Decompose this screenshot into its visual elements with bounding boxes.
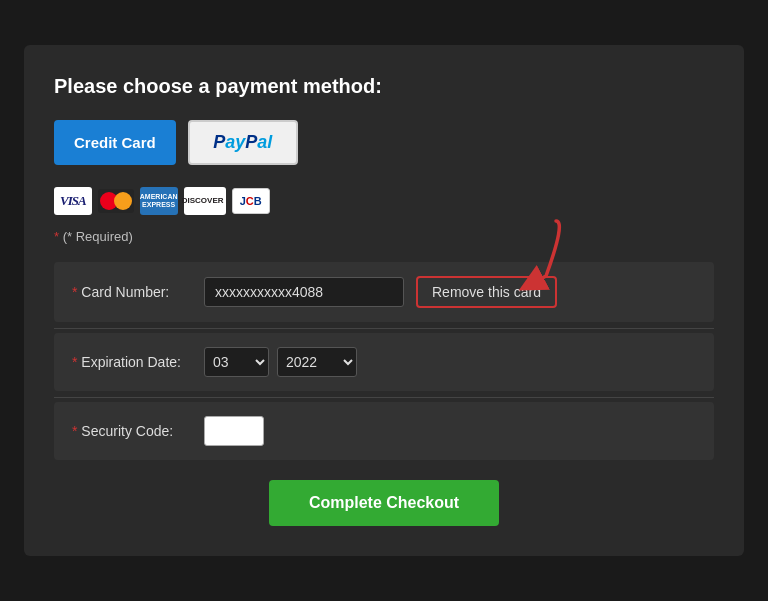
remove-card-container: Remove this card xyxy=(416,276,557,308)
paypal-button[interactable]: PayPal xyxy=(188,120,298,165)
payment-container: Please choose a payment method: Credit C… xyxy=(24,45,744,556)
security-code-input[interactable] xyxy=(204,416,264,446)
security-label: * Security Code: xyxy=(72,423,192,439)
remove-card-button[interactable]: Remove this card xyxy=(416,276,557,308)
expiry-year-select[interactable]: 2022 2023 2024 2025 xyxy=(277,347,357,377)
accepted-cards: VISA AMERICANEXPRESS DISCOVER JCB xyxy=(54,187,714,215)
expiration-label: * Expiration Date: xyxy=(72,354,192,370)
card-number-label: * Card Number: xyxy=(72,284,192,300)
security-row: * Security Code: xyxy=(72,416,696,446)
security-section: * Security Code: xyxy=(54,402,714,460)
required-star: * xyxy=(54,229,59,244)
expiration-section: * Expiration Date: 03 01 02 04 05 06 07 … xyxy=(54,333,714,391)
expiry-selects: 03 01 02 04 05 06 07 08 09 10 11 12 2022… xyxy=(204,347,357,377)
complete-checkout-button[interactable]: Complete Checkout xyxy=(269,480,499,526)
jcb-icon: JCB xyxy=(232,188,270,214)
paypal-icon: PayPal xyxy=(213,132,272,153)
amex-icon: AMERICANEXPRESS xyxy=(140,187,178,215)
payment-method-selector: Credit Card PayPal xyxy=(54,120,714,165)
card-number-input[interactable] xyxy=(204,277,404,307)
credit-card-button[interactable]: Credit Card xyxy=(54,120,176,165)
expiry-month-select[interactable]: 03 01 02 04 05 06 07 08 09 10 11 12 xyxy=(204,347,269,377)
required-note: * (* Required) xyxy=(54,229,714,244)
page-title: Please choose a payment method: xyxy=(54,75,714,98)
divider2 xyxy=(54,397,714,398)
checkout-section: Complete Checkout xyxy=(54,480,714,526)
mastercard-icon xyxy=(98,189,134,213)
expiration-row: * Expiration Date: 03 01 02 04 05 06 07 … xyxy=(72,347,696,377)
card-number-row: * Card Number: Remove this card xyxy=(72,276,696,308)
discover-icon: DISCOVER xyxy=(184,187,226,215)
card-number-section: * Card Number: Remove this card xyxy=(54,262,714,322)
divider1 xyxy=(54,328,714,329)
visa-icon: VISA xyxy=(54,187,92,215)
